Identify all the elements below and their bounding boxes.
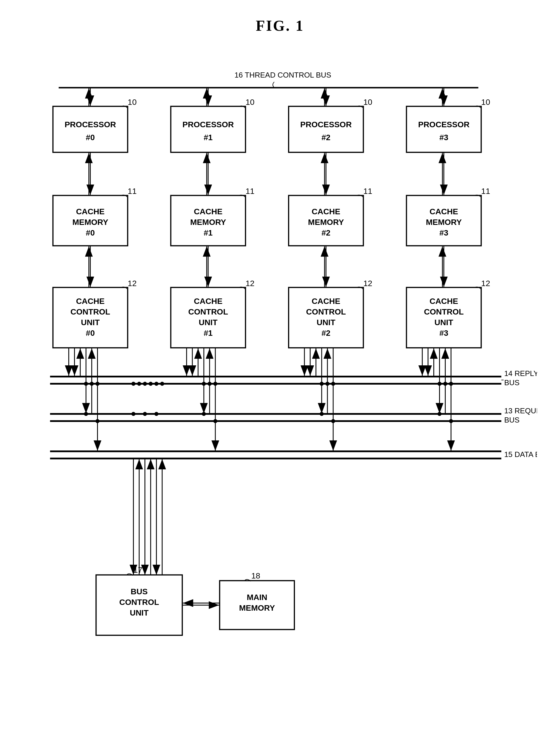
- svg-point-117: [437, 382, 441, 386]
- svg-point-97: [202, 382, 206, 386]
- svg-point-90: [95, 419, 99, 423]
- svg-text:12: 12: [481, 279, 490, 288]
- svg-point-121: [84, 412, 88, 416]
- svg-text:#0: #0: [86, 228, 95, 237]
- svg-point-124: [437, 412, 441, 416]
- svg-text:#0: #0: [86, 329, 95, 338]
- svg-text:CACHE: CACHE: [429, 207, 458, 216]
- svg-text:11: 11: [245, 187, 255, 196]
- svg-text:CACHE: CACHE: [429, 297, 458, 305]
- svg-text:#1: #1: [204, 228, 213, 237]
- svg-point-135: [155, 412, 159, 416]
- svg-text:10: 10: [363, 98, 372, 106]
- svg-point-123: [320, 412, 324, 416]
- svg-text:#3: #3: [439, 133, 448, 142]
- data-bus-label: 15 DATA BUS: [504, 450, 537, 459]
- svg-text:12: 12: [245, 279, 255, 288]
- svg-text:CACHE: CACHE: [312, 207, 340, 216]
- svg-text:18: 18: [251, 571, 260, 580]
- svg-point-110: [331, 419, 335, 423]
- svg-text:PROCESSOR: PROCESSOR: [65, 120, 116, 129]
- svg-text:PROCESSOR: PROCESSOR: [418, 120, 469, 129]
- svg-text:CONTROL: CONTROL: [424, 307, 464, 316]
- svg-point-87: [84, 382, 88, 386]
- svg-point-98: [208, 382, 212, 386]
- svg-text:10: 10: [481, 98, 490, 106]
- svg-text:UNIT: UNIT: [435, 318, 453, 327]
- svg-text:UNIT: UNIT: [81, 318, 100, 327]
- svg-point-119: [449, 382, 453, 386]
- svg-text:UNIT: UNIT: [130, 609, 148, 617]
- svg-text:PROCESSOR: PROCESSOR: [300, 120, 352, 129]
- svg-point-88: [89, 382, 94, 386]
- svg-point-109: [331, 382, 335, 386]
- request-bus-label: 13 REQUEST: [504, 406, 537, 415]
- svg-text:BUS: BUS: [131, 587, 147, 596]
- svg-text:CACHE: CACHE: [194, 297, 223, 305]
- svg-point-118: [443, 382, 447, 386]
- svg-text:#2: #2: [322, 329, 331, 338]
- svg-text:#3: #3: [439, 228, 448, 237]
- svg-text:MAIN: MAIN: [247, 593, 267, 602]
- svg-point-133: [143, 412, 147, 416]
- processor-1: [171, 106, 245, 152]
- svg-text:MEMORY: MEMORY: [72, 218, 108, 226]
- svg-point-134: [149, 382, 153, 386]
- svg-text:CACHE: CACHE: [76, 297, 105, 305]
- svg-text:#2: #2: [322, 228, 331, 237]
- svg-text:PROCESSOR: PROCESSOR: [182, 120, 234, 129]
- svg-text:BUS: BUS: [504, 378, 520, 387]
- svg-text:17: 17: [134, 565, 142, 575]
- svg-text:MEMORY: MEMORY: [239, 603, 275, 612]
- svg-text:CONTROL: CONTROL: [71, 307, 110, 316]
- svg-text:10: 10: [128, 98, 137, 106]
- svg-point-107: [320, 382, 324, 386]
- svg-point-122: [202, 412, 206, 416]
- page-title: FIG. 1: [0, 0, 560, 34]
- svg-text:UNIT: UNIT: [317, 318, 335, 327]
- svg-text:#3: #3: [439, 329, 448, 338]
- svg-point-89: [95, 382, 99, 386]
- svg-text:BUS: BUS: [504, 416, 520, 424]
- svg-text:#1: #1: [204, 329, 213, 338]
- svg-point-137: [132, 382, 136, 386]
- svg-point-108: [325, 382, 329, 386]
- svg-text:10: 10: [245, 98, 255, 106]
- svg-text:#0: #0: [86, 133, 95, 142]
- svg-text:CACHE: CACHE: [76, 207, 105, 216]
- svg-point-138: [143, 382, 147, 386]
- svg-text:#1: #1: [204, 133, 213, 142]
- svg-point-100: [213, 419, 217, 423]
- svg-text:11: 11: [363, 187, 372, 196]
- reply-bus-label: 14 REPLY: [504, 369, 537, 378]
- svg-point-132: [137, 382, 141, 386]
- svg-text:11: 11: [128, 187, 137, 196]
- svg-text:CACHE: CACHE: [194, 207, 223, 216]
- processor-0: [53, 106, 127, 152]
- thread-control-bus-label: 16 THREAD CONTROL BUS: [235, 71, 332, 79]
- svg-text:CONTROL: CONTROL: [306, 307, 346, 316]
- svg-point-99: [213, 382, 217, 386]
- svg-point-120: [449, 419, 453, 423]
- svg-text:CONTROL: CONTROL: [188, 307, 228, 316]
- svg-text:MEMORY: MEMORY: [190, 218, 226, 226]
- svg-text:CONTROL: CONTROL: [119, 598, 159, 606]
- svg-point-131: [132, 412, 136, 416]
- svg-text:MEMORY: MEMORY: [426, 218, 462, 226]
- svg-point-139: [155, 382, 159, 386]
- svg-text:CACHE: CACHE: [312, 297, 340, 305]
- svg-text:MEMORY: MEMORY: [308, 218, 344, 226]
- processor-3: [406, 106, 481, 152]
- svg-point-136: [160, 382, 164, 386]
- svg-text:12: 12: [128, 279, 137, 288]
- processor-2: [288, 106, 363, 152]
- svg-text:UNIT: UNIT: [199, 318, 217, 327]
- svg-text:12: 12: [363, 279, 372, 288]
- svg-text:#2: #2: [322, 133, 331, 142]
- diagram-container: 16 THREAD CONTROL BUS PROCESSOR #0 PROCE…: [23, 43, 537, 733]
- svg-text:11: 11: [481, 187, 490, 196]
